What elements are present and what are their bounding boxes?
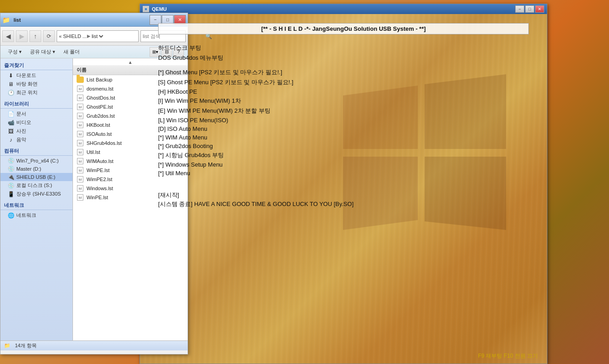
bottom-menu-area: [재시작] [시스템 종료] HAVE A NICE GOOD TIME & G… (158, 191, 529, 209)
back-btn[interactable]: ◀ (2, 30, 14, 42)
lst-file-icon: lst (77, 148, 84, 156)
menu-item-win-wim-pe-1[interactable]: [I] Win Wim PE Menu(WIM) 1차 (158, 96, 529, 105)
explorer-title-icon: 📁 (2, 16, 10, 24)
menu-item-ghost-menu[interactable]: [*] Ghost Menu [PS2 키보드 및 마우스가 필요!.] (158, 68, 529, 77)
library-header: 라이브러리 (0, 99, 72, 109)
menu-item-teacher-grub4dos[interactable]: [*] 시항님 Grub4dos 부팅 (158, 151, 529, 160)
sidebar-item-photos[interactable]: 🖼 사진 (0, 127, 72, 135)
qemu-maximize-btn[interactable]: □ (525, 5, 534, 13)
menu-bar-new-folder[interactable]: 새 폴더 (60, 48, 83, 56)
sidebar-item-local[interactable]: 💿 로컬 디스크 (S:) (0, 181, 72, 190)
menu-header: [** - S H I E L D -*- JangSeungOu Soluti… (158, 23, 529, 34)
video-icon: 📹 (8, 120, 14, 126)
status-count: 14개 항목 (15, 342, 37, 349)
explorer-title-text: list (12, 17, 150, 23)
music-icon: ♪ (8, 137, 14, 143)
master-drive-icon: 💿 (8, 166, 14, 172)
address-dropdown[interactable]: ▾ (98, 30, 105, 42)
address-bar: « SHIELD ... ▶ list ▾ (57, 30, 139, 42)
qemu-titlebar: ■ QEMU − □ ✕ (140, 4, 547, 14)
lst-file-icon: lst (77, 103, 84, 110)
sidebar-section-computer: 컴퓨터 💿 Win7_Pro_x64 (C:) 💿 Master (D:) 🔌 … (0, 146, 72, 198)
menu-item-restart[interactable]: [재시작] (158, 191, 529, 200)
sidebar-item-video[interactable]: 📹 비디오 (0, 118, 72, 127)
menu-item-win-iso-pe[interactable]: [L] Win ISO PE Menu(ISO) (158, 116, 529, 124)
sidebar-item-jangseungwoo[interactable]: 📱 장승우 (SHV-E330S (0, 190, 72, 198)
sidebar: 즐겨찾기 ⬇ 다운로드 🖥 바탕 화면 🕐 최근 위치 (0, 58, 73, 340)
download-icon: ⬇ (8, 72, 14, 79)
qemu-window-controls: − □ ✕ (515, 5, 544, 13)
menu-item-hkboot-pe[interactable]: [H] HKBoot PE (158, 88, 529, 96)
qemu-content: [** - S H I E L D -*- JangSeungOu Soluti… (140, 14, 547, 364)
address-segment-1: « SHIELD ... ▶ (59, 34, 91, 39)
folder-icon (77, 76, 84, 83)
qemu-menu-content: [** - S H I E L D -*- JangSeungOu Soluti… (140, 14, 547, 218)
menu-items: 하드디스크 부팅 DOS Grub4dos 메뉴부팅 [*] Ghost Men… (158, 43, 529, 177)
desktop-background: ■ QEMU − □ ✕ [** - S H I E L D -*- JangS… (0, 0, 609, 364)
qemu-title-icon: ■ (143, 6, 149, 12)
qemu-minimize-btn[interactable]: − (515, 5, 524, 13)
menu-item-iso-auto[interactable]: [D] ISO Auto Menu (158, 125, 529, 133)
lst-file-icon: lst (77, 121, 84, 129)
local-drive-icon: 💿 (8, 182, 14, 189)
desktop-icon: 🖥 (8, 81, 14, 87)
lst-file-icon: lst (77, 158, 84, 165)
win7-drive-icon: 💿 (8, 158, 14, 164)
docs-icon: 📄 (8, 111, 14, 117)
computer-header: 컴퓨터 (0, 146, 72, 156)
menu-item-windows-setup[interactable]: [*] Windows Setup Menu (158, 161, 529, 168)
menu-item-hdd-boot[interactable]: 하드디스크 부팅 (158, 43, 529, 53)
photos-icon: 🖼 (8, 128, 14, 134)
menu-item-ghost-pe-menu[interactable]: [S] Ghost PE Menu [PS2 키보드 및 마우스가 필요!.] (158, 78, 529, 87)
menu-item-empty1 (158, 63, 529, 67)
sidebar-section-library: 라이브러리 📄 문서 📹 비디오 🖼 사진 ♪ (0, 99, 72, 144)
address-segment-2: list ▾ (92, 30, 104, 42)
qemu-title-text: QEMU (152, 6, 515, 12)
refresh-btn[interactable]: ⟳ (43, 30, 55, 42)
status-bar: 📁 14개 항목 (0, 340, 188, 350)
lst-file-icon: lst (77, 139, 84, 147)
lst-file-icon: lst (77, 167, 84, 174)
sidebar-item-download[interactable]: ⬇ 다운로드 (0, 71, 72, 80)
sidebar-section-favorites: 즐겨찾기 ⬇ 다운로드 🖥 바탕 화면 🕐 최근 위치 (0, 60, 72, 97)
sidebar-item-music[interactable]: ♪ 음악 (0, 135, 72, 144)
shield-usb-icon: 🔌 (8, 174, 14, 180)
lst-file-icon: lst (77, 112, 84, 120)
menu-item-dos-grub4dos[interactable]: DOS Grub4dos 메뉴부팅 (158, 53, 529, 62)
favorites-header: 즐겨찾기 (0, 60, 72, 70)
sidebar-item-master[interactable]: 💿 Master (D:) (0, 165, 72, 173)
recent-icon: 🕐 (8, 90, 14, 96)
menu-item-util-menu[interactable]: [*] Util Menu (158, 169, 529, 177)
sidebar-item-win7[interactable]: 💿 Win7_Pro_x64 (C:) (0, 157, 72, 165)
sidebar-item-shield-usb[interactable]: 🔌 SHIELD USB (E:) (0, 173, 72, 181)
menu-item-wim-auto[interactable]: [*] WIM Auto Menu (158, 134, 529, 141)
menu-bar-compose[interactable]: 구성 ▾ (4, 48, 25, 56)
lst-file-icon: lst (77, 94, 84, 101)
qemu-bottom-right: F9 재부팅 F10 전원 끄기 (478, 352, 538, 360)
network-header: 네트워크 (0, 200, 72, 210)
forward-btn[interactable]: ▶ (16, 30, 28, 42)
qemu-window: ■ QEMU − □ ✕ [** - S H I E L D -*- JangS… (140, 4, 547, 364)
phone-icon: 📱 (8, 191, 14, 197)
up-btn[interactable]: ↑ (29, 30, 41, 42)
qemu-close-btn[interactable]: ✕ (535, 5, 544, 13)
lst-file-icon: lst (77, 185, 84, 192)
menu-item-shutdown[interactable]: [시스템 종료] HAVE A NICE GOOD TIME & GOOD LU… (158, 200, 529, 209)
sidebar-item-docs[interactable]: 📄 문서 (0, 110, 72, 118)
lst-file-icon: lst (77, 194, 84, 201)
folder-status-icon: 📁 (4, 343, 10, 349)
lst-file-icon: lst (77, 85, 84, 92)
sidebar-item-recent[interactable]: 🕐 최근 위치 (0, 88, 72, 97)
network-icon: 🌐 (8, 212, 14, 219)
sidebar-item-network[interactable]: 🌐 네트워크 (0, 211, 72, 220)
lst-file-icon: lst (77, 130, 84, 138)
menu-item-grub2dos-boot[interactable]: [*] Grub2dos Booting (158, 142, 529, 150)
menu-item-win-wim-pe-2[interactable]: [E] Win WIM PE Menu(WIM) 2차 분할 부팅 (158, 106, 529, 115)
sidebar-section-network: 네트워크 🌐 네트워크 (0, 200, 72, 220)
lst-file-icon: lst (77, 176, 84, 183)
menu-bar-share[interactable]: 공유 대상 ▾ (26, 48, 59, 56)
address-content: « SHIELD ... ▶ list ▾ (59, 30, 136, 42)
sidebar-item-desktop[interactable]: 🖥 바탕 화면 (0, 80, 72, 88)
